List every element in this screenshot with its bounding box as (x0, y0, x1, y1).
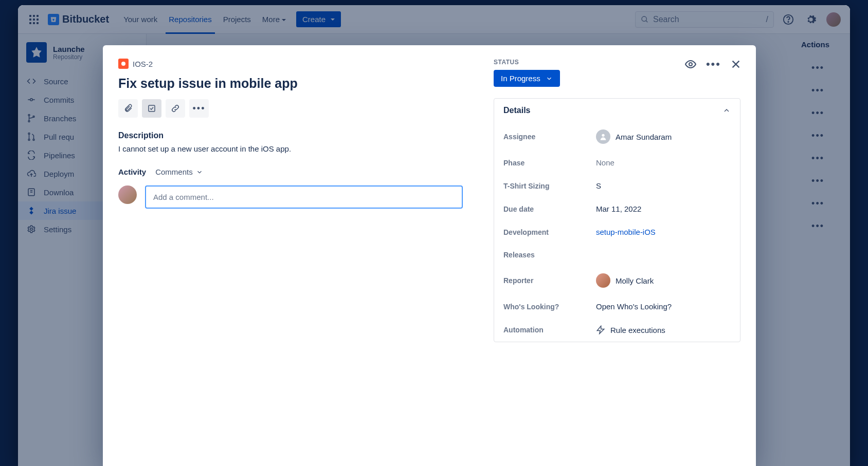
nav-projects[interactable]: Projects (222, 12, 252, 27)
attach-button[interactable] (118, 99, 138, 118)
chevron-down-icon (546, 75, 553, 82)
search-input[interactable]: Search / (635, 11, 774, 28)
actions-column-header: Actions (801, 40, 829, 49)
link-button[interactable] (166, 99, 185, 118)
svg-line-1 (646, 21, 647, 22)
search-icon (641, 15, 649, 24)
jira-icon (26, 206, 37, 216)
search-shortcut: / (766, 15, 768, 24)
assignee-avatar (596, 129, 610, 144)
more-actions-icon[interactable]: ••• (706, 58, 721, 71)
svg-point-3 (788, 21, 788, 22)
field-whos-looking[interactable]: Who's Looking? Open Who's Looking? (494, 295, 740, 318)
create-button[interactable]: Create (296, 11, 341, 27)
svg-rect-20 (149, 105, 155, 111)
nav-repositories[interactable]: Repositories (168, 12, 212, 27)
field-assignee[interactable]: Assignee Amar Sundaram (494, 122, 740, 151)
chevron-down-icon (282, 19, 286, 23)
repo-type: Repository (53, 53, 85, 61)
svg-point-0 (642, 16, 646, 21)
repo-name: Launche (53, 45, 85, 53)
status-dropdown[interactable]: In Progress (494, 70, 560, 87)
svg-point-11 (28, 139, 30, 141)
svg-point-12 (33, 139, 34, 141)
chevron-down-icon (331, 18, 335, 23)
row-actions-icon[interactable]: ••• (811, 108, 824, 119)
commit-icon (26, 95, 37, 105)
search-placeholder: Search (653, 15, 679, 24)
issue-title[interactable]: Fix setup issue in mobile app (118, 76, 463, 91)
issue-breadcrumb[interactable]: IOS-2 (118, 59, 463, 69)
branch-icon (26, 113, 37, 123)
svg-point-7 (28, 115, 30, 116)
svg-marker-22 (597, 326, 604, 334)
gear-icon (26, 224, 37, 234)
product-name: Bitbucket (62, 13, 109, 25)
reporter-avatar (596, 273, 610, 288)
close-icon[interactable] (730, 58, 742, 71)
description-heading: Description (118, 131, 463, 140)
field-reporter[interactable]: Reporter Molly Clark (494, 266, 740, 295)
svg-point-16 (30, 228, 33, 231)
svg-point-10 (28, 133, 30, 135)
row-actions-icon[interactable]: ••• (811, 63, 824, 73)
watch-icon[interactable] (684, 58, 697, 71)
description-text[interactable]: I cannot set up a new user account in th… (118, 144, 463, 153)
settings-icon[interactable] (803, 11, 819, 28)
field-phase[interactable]: Phase None (494, 151, 740, 174)
field-tshirt-sizing[interactable]: T-Shirt Sizing S (494, 174, 740, 197)
issue-key: IOS-2 (133, 60, 153, 68)
chevron-up-icon (722, 106, 731, 115)
details-panel: Details Assignee Amar Sundaram Phase Non… (494, 98, 740, 342)
code-icon (26, 76, 37, 86)
field-development[interactable]: Development setup-mobile-iOS (494, 220, 740, 244)
current-user-avatar (118, 185, 137, 204)
nav-your-work[interactable]: Your work (122, 12, 158, 27)
issue-modal: ••• IOS-2 Fix setup issue in mobile app … (103, 45, 756, 466)
row-actions-icon[interactable]: ••• (811, 198, 824, 209)
pipelines-icon (26, 150, 37, 160)
issue-type-icon (118, 59, 129, 69)
field-automation[interactable]: Automation Rule executions (494, 318, 740, 342)
bitbucket-icon (48, 14, 59, 25)
app-switcher-icon[interactable] (26, 12, 42, 27)
product-logo[interactable]: Bitbucket (48, 13, 109, 25)
lightning-icon (596, 325, 605, 334)
pull-request-icon (26, 132, 37, 142)
nav-more[interactable]: More (261, 12, 287, 27)
repo-avatar (26, 42, 47, 63)
cloud-upload-icon (26, 169, 37, 179)
row-actions-icon[interactable]: ••• (811, 85, 824, 96)
profile-avatar[interactable] (825, 11, 842, 28)
subtask-button[interactable] (142, 99, 161, 118)
row-actions-icon[interactable]: ••• (811, 176, 824, 187)
row-actions-icon[interactable]: ••• (811, 221, 824, 232)
activity-heading: Activity (118, 167, 146, 176)
help-icon[interactable] (780, 11, 797, 28)
activity-filter-comments[interactable]: Comments (155, 167, 203, 176)
chevron-down-icon (196, 169, 203, 176)
row-actions-icon[interactable]: ••• (811, 153, 824, 164)
top-nav: Bitbucket Your work Repositories Project… (18, 5, 850, 34)
svg-point-4 (30, 99, 33, 101)
details-toggle[interactable]: Details (494, 99, 740, 122)
svg-point-21 (602, 134, 604, 137)
svg-point-8 (28, 121, 30, 122)
row-actions-icon[interactable]: ••• (811, 131, 824, 141)
download-icon (26, 187, 37, 197)
more-content-actions-icon[interactable]: ••• (189, 99, 209, 118)
svg-point-17 (689, 63, 692, 66)
comment-input[interactable] (145, 185, 463, 209)
field-releases[interactable]: Releases (494, 244, 740, 266)
field-due-date[interactable]: Due date Mar 11, 2022 (494, 197, 740, 220)
